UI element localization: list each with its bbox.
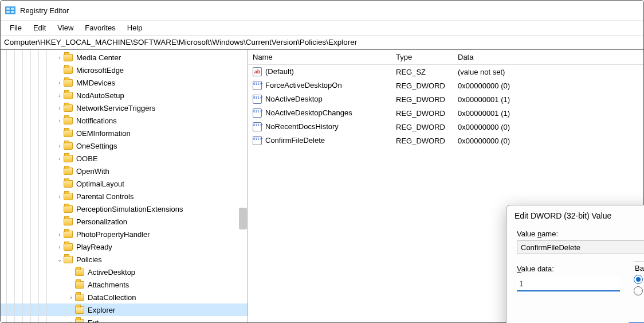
column-type[interactable]: Type xyxy=(391,53,453,61)
tree-item-policies[interactable]: ⌄Policies xyxy=(1,253,248,266)
folder-icon xyxy=(75,281,84,289)
tree-item-label: Explorer xyxy=(88,306,115,314)
tree-item-onesettings[interactable]: ›OneSettings xyxy=(1,139,248,152)
tree-item-openwith[interactable]: OpenWith xyxy=(1,165,248,177)
value-name-field xyxy=(517,240,644,254)
svg-rect-2 xyxy=(11,8,14,10)
expand-chevron-icon[interactable]: ⌄ xyxy=(56,256,64,263)
tree-item-label: Attachments xyxy=(88,281,129,289)
value-icon xyxy=(253,81,262,90)
tree-item-activedesktop[interactable]: ActiveDesktop xyxy=(1,266,248,278)
tree-item-media-center[interactable]: ›Media Center xyxy=(1,51,248,64)
value-icon xyxy=(253,95,262,104)
expand-chevron-icon[interactable]: › xyxy=(56,92,64,99)
folder-icon xyxy=(75,306,84,314)
tree-item-attachments[interactable]: Attachments xyxy=(1,278,248,291)
expand-chevron-icon[interactable]: › xyxy=(56,231,64,238)
folder-icon xyxy=(75,268,84,276)
tree-item-label: OOBE xyxy=(76,154,98,163)
expand-chevron-icon[interactable]: › xyxy=(67,320,75,323)
tree-item-label: PerceptionSimulationExtensions xyxy=(76,205,183,213)
folder-icon xyxy=(64,142,73,150)
tree-item-label: ActiveDesktop xyxy=(88,268,135,277)
list-header: Name Type Data xyxy=(248,50,643,65)
tree-scrollbar[interactable] xyxy=(239,208,247,229)
svg-rect-4 xyxy=(11,11,14,13)
tree-item-label: OneSettings xyxy=(76,142,117,150)
address-bar[interactable]: Computer\HKEY_LOCAL_MACHINE\SOFTWARE\Mic… xyxy=(1,35,643,49)
menu-edit[interactable]: Edit xyxy=(28,22,52,33)
folder-icon xyxy=(64,117,73,124)
radio-hexadecimal[interactable]: Hexadecimal xyxy=(634,275,644,284)
tree-item-notifications[interactable]: ›Notifications xyxy=(1,114,248,127)
expand-chevron-icon[interactable]: › xyxy=(56,118,64,124)
svg-rect-0 xyxy=(5,6,15,14)
folder-icon xyxy=(64,243,73,251)
expand-chevron-icon[interactable]: › xyxy=(56,193,64,200)
folder-icon xyxy=(64,256,73,263)
tree-item-ncdautosetup[interactable]: ›NcdAutoSetup xyxy=(1,89,248,102)
tree-item-ext[interactable]: ›Ext xyxy=(1,316,248,322)
radio-dec-icon xyxy=(634,286,643,295)
tree-item-microsoftedge[interactable]: MicrosoftEdge xyxy=(1,64,248,76)
folder-icon xyxy=(64,130,73,137)
value-row[interactable]: (Default)REG_SZ(value not set) xyxy=(248,65,643,79)
content-area: ›Media CenterMicrosoftEdge›MMDevices›Ncd… xyxy=(1,49,643,322)
value-row[interactable]: NoActiveDesktopChangesREG_DWORD0x0000000… xyxy=(248,106,643,120)
menu-view[interactable]: View xyxy=(52,22,79,33)
tree-item-label: OpenWith xyxy=(76,167,109,176)
titlebar: Registry Editor xyxy=(1,1,643,20)
value-icon xyxy=(253,136,262,145)
tree-item-label: Parental Controls xyxy=(76,192,133,201)
column-data[interactable]: Data xyxy=(453,53,643,61)
folder-icon xyxy=(64,205,73,213)
svg-rect-1 xyxy=(6,8,10,10)
expand-chevron-icon[interactable]: › xyxy=(56,105,64,111)
tree-item-playready[interactable]: ›PlayReady xyxy=(1,240,248,253)
value-data-field[interactable] xyxy=(517,277,620,291)
tree-item-label: OptimalLayout xyxy=(76,180,124,188)
tree-item-photopropertyhandler[interactable]: ›PhotoPropertyHandler xyxy=(1,228,248,240)
folder-icon xyxy=(64,92,73,99)
expand-chevron-icon[interactable]: › xyxy=(56,80,64,86)
tree-item-label: Ext xyxy=(88,318,99,323)
tree-item-datacollection[interactable]: ›DataCollection xyxy=(1,291,248,303)
value-row[interactable]: ConfirmFileDeleteREG_DWORD0x00000000 (0) xyxy=(248,134,643,147)
menu-help[interactable]: Help xyxy=(121,22,148,33)
expand-chevron-icon[interactable]: › xyxy=(67,294,75,301)
radio-decimal[interactable]: Decimal xyxy=(634,286,644,295)
expand-chevron-icon[interactable]: › xyxy=(56,143,64,149)
tree-item-optimallayout[interactable]: OptimalLayout xyxy=(1,177,248,190)
tree-item-oeminformation[interactable]: OEMInformation xyxy=(1,127,248,139)
value-row[interactable]: ForceActiveDesktopOnREG_DWORD0x00000000 … xyxy=(248,79,643,92)
tree-item-personalization[interactable]: Personalization xyxy=(1,215,248,228)
folder-icon xyxy=(75,319,84,323)
tree-item-mmdevices[interactable]: ›MMDevices xyxy=(1,76,248,89)
tree-item-parental-controls[interactable]: ›Parental Controls xyxy=(1,190,248,203)
value-icon xyxy=(253,108,262,118)
menu-file[interactable]: File xyxy=(4,22,28,33)
value-row[interactable]: NoActiveDesktopREG_DWORD0x00000001 (1) xyxy=(248,92,643,106)
expand-chevron-icon[interactable]: › xyxy=(56,244,64,250)
tree-item-label: Personalization xyxy=(76,217,127,226)
dialog-title: Edit DWORD (32-bit) Value xyxy=(515,211,611,220)
svg-rect-3 xyxy=(6,11,10,13)
tree-item-networkservicetriggers[interactable]: ›NetworkServiceTriggers xyxy=(1,102,248,114)
base-label: Base xyxy=(634,264,644,273)
value-list-pane[interactable]: Name Type Data (Default)REG_SZ(value not… xyxy=(248,50,643,322)
tree-item-oobe[interactable]: ›OOBE xyxy=(1,152,248,165)
tree-item-explorer[interactable]: Explorer xyxy=(1,303,248,316)
column-name[interactable]: Name xyxy=(248,53,391,61)
tree-pane[interactable]: ›Media CenterMicrosoftEdge›MMDevices›Ncd… xyxy=(1,50,248,322)
radio-hex-icon xyxy=(634,275,643,284)
folder-icon xyxy=(64,54,73,61)
tree-item-perceptionsimulationextensions[interactable]: PerceptionSimulationExtensions xyxy=(1,203,248,215)
tree-item-label: OEMInformation xyxy=(76,129,131,138)
folder-icon xyxy=(64,231,73,238)
tree-item-label: Notifications xyxy=(76,116,117,125)
menu-favorites[interactable]: Favorites xyxy=(79,22,121,33)
value-row[interactable]: NoRecentDocsHistoryREG_DWORD0x00000000 (… xyxy=(248,120,643,134)
tree-item-label: MMDevices xyxy=(76,79,115,87)
expand-chevron-icon[interactable]: › xyxy=(56,155,64,162)
expand-chevron-icon[interactable]: › xyxy=(56,55,64,61)
